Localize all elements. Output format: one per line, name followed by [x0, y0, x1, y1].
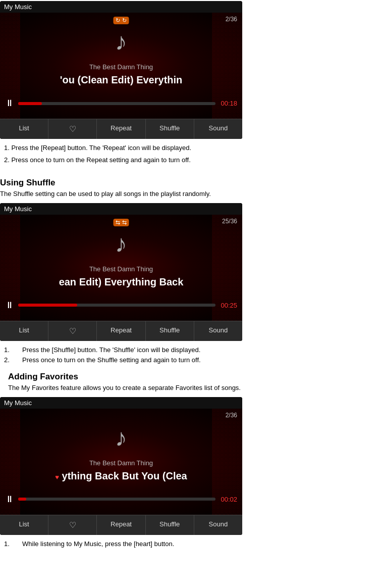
track-count-1: 2/36 [226, 16, 237, 23]
ctrl-list-1[interactable]: List [0, 119, 48, 139]
repeat-badge: ↻ ↻ [113, 17, 129, 24]
shuffle-instructions: 1. Press the [Shuffle] button. The 'Shuf… [0, 344, 379, 368]
shuffle-desc: The Shuffle setting can be used to play … [0, 189, 379, 203]
shuffle-text-2: Press once to turn on the Shuffle settin… [22, 355, 201, 366]
repeat-player: My Music 2/36 ↻ ↻ ♪ The Best Damn Thing … [0, 1, 242, 139]
ctrl-heart-2[interactable]: ♡ [48, 321, 97, 341]
favorites-num-1: 1. [4, 539, 14, 550]
ctrl-list-2[interactable]: List [0, 321, 48, 341]
ctrl-heart-3[interactable]: ♡ [48, 515, 97, 535]
shuffle-badge: ⇆ ⇆ [113, 219, 129, 226]
ctrl-heart-1[interactable]: ♡ [48, 119, 97, 139]
track-count-2: 25/36 [222, 218, 237, 225]
music-note-2: ♪ [115, 230, 127, 258]
player-header-2: My Music [0, 203, 242, 215]
progress-bar-3[interactable] [18, 498, 215, 501]
favorites-instructions: 1. While listening to My Music, press th… [0, 538, 379, 552]
shuffle-item-2: 2. Press once to turn on the Shuffle set… [4, 355, 375, 366]
favorites-item-1: 1. While listening to My Music, press th… [4, 539, 375, 550]
player-body-2: 25/36 ⇆ ⇆ ♪ The Best Damn Thing ean Edit… [0, 215, 242, 321]
ctrl-shuffle-1[interactable]: Shuffle [146, 119, 194, 139]
album-2: The Best Damn Thing [0, 265, 242, 273]
favorites-desc: The My Favorites feature allows you to c… [8, 383, 379, 397]
controls-1: List ♡ Repeat Shuffle Sound [0, 119, 242, 139]
time-3: 00:02 [220, 496, 237, 503]
badge-1: ↻ ↻ [113, 16, 129, 24]
heart-icon-inline: ♥ [55, 473, 59, 481]
shuffle-item-1: 1. Press the [Shuffle] button. The 'Shuf… [4, 345, 375, 356]
badge-2: ⇆ ⇆ [113, 218, 129, 226]
ctrl-sound-3[interactable]: Sound [194, 515, 242, 535]
pause-btn-1[interactable]: ⏸ [5, 98, 14, 109]
progress-bar-1[interactable] [18, 102, 215, 105]
progress-fill-3 [18, 498, 26, 501]
favorites-heading: Adding Favorites [8, 368, 379, 383]
song-text-3: ything Back But You (Clea [62, 470, 187, 481]
ctrl-shuffle-2[interactable]: Shuffle [146, 321, 194, 341]
shuffle-num-1: 1. [4, 345, 14, 356]
repeat-instruction-1: 1. Press the [Repeat] button. The 'Repea… [0, 142, 379, 154]
progress-area-2: ⏸ 00:25 [5, 300, 237, 311]
shuffle-player: My Music 25/36 ⇆ ⇆ ♪ The Best Damn Thing… [0, 203, 242, 341]
ctrl-repeat-1[interactable]: Repeat [97, 119, 145, 139]
shuffle-text-1: Press the [Shuffle] button. The 'Shuffle… [22, 345, 200, 356]
ctrl-list-3[interactable]: List [0, 515, 48, 535]
progress-bar-2[interactable] [18, 304, 215, 307]
controls-3: List ♡ Repeat Shuffle Sound [0, 515, 242, 535]
music-note-1: ♪ [115, 28, 127, 56]
favorites-player: My Music 2/36 ♪ The Best Damn Thing ♥ yt… [0, 397, 242, 535]
shuffle-heading: Using Shuffle [0, 174, 379, 189]
album-3: The Best Damn Thing [0, 459, 242, 467]
music-note-3: ♪ [115, 424, 127, 452]
pause-btn-2[interactable]: ⏸ [5, 300, 14, 311]
progress-area-3: ⏸ 00:02 [5, 494, 237, 505]
track-count-3: 2/36 [226, 412, 237, 419]
controls-2: List ♡ Repeat Shuffle Sound [0, 321, 242, 341]
album-1: The Best Damn Thing [0, 63, 242, 71]
player-body-3: 2/36 ♪ The Best Damn Thing ♥ ything Back… [0, 409, 242, 515]
time-1: 00:18 [220, 100, 237, 107]
ctrl-sound-1[interactable]: Sound [194, 119, 242, 139]
repeat-instruction-2: 2. Press once to turn on the Repeat sett… [0, 154, 379, 166]
shuffle-num-2: 2. [4, 355, 14, 366]
ctrl-repeat-3[interactable]: Repeat [97, 515, 145, 535]
player-header-3: My Music [0, 397, 242, 409]
favorites-text-1: While listening to My Music, press the [… [22, 539, 174, 550]
song-3: ♥ ything Back But You (Clea [0, 470, 242, 482]
player-header-1: My Music [0, 1, 242, 13]
ctrl-shuffle-3[interactable]: Shuffle [146, 515, 194, 535]
song-2: ean Edit) Everything Back [0, 276, 242, 288]
song-1: 'ou (Clean Edit) Everythin [0, 74, 242, 86]
progress-fill-2 [18, 304, 77, 307]
ctrl-repeat-2[interactable]: Repeat [97, 321, 145, 341]
ctrl-sound-2[interactable]: Sound [194, 321, 242, 341]
pause-btn-3[interactable]: ⏸ [5, 494, 14, 505]
progress-fill-1 [18, 102, 42, 105]
time-2: 00:25 [220, 302, 237, 309]
player-body-1: 2/36 ↻ ↻ ♪ The Best Damn Thing 'ou (Clea… [0, 13, 242, 119]
progress-area-1: ⏸ 00:18 [5, 98, 237, 109]
